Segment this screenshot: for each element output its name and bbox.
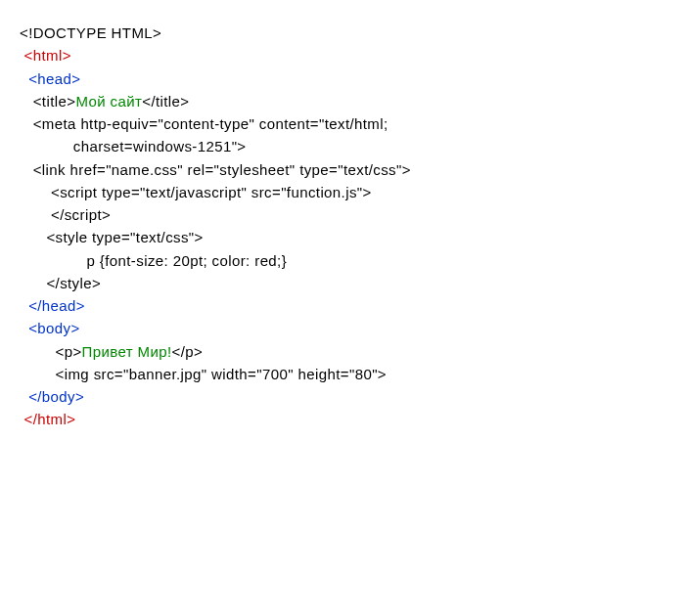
code-token: </p> xyxy=(172,343,204,360)
code-token: p {font-size: 20pt; color: red;} xyxy=(87,252,288,269)
code-line: </body> xyxy=(20,385,675,408)
code-token: <link href="name.css" rel="stylesheet" t… xyxy=(33,161,411,178)
code-token: <title> xyxy=(33,93,76,110)
code-token: <head> xyxy=(28,70,80,87)
code-line: <!DOCTYPE HTML> xyxy=(20,22,675,44)
code-line: <meta http-equiv="content-type" content=… xyxy=(20,112,675,135)
code-token: <img src="banner.jpg" width="700" height… xyxy=(56,366,387,382)
code-block: <!DOCTYPE HTML> <html> <head> <title>Мой… xyxy=(0,0,685,441)
code-token: charset=windows-1251"> xyxy=(73,138,247,154)
code-line: <title>Мой сайт</title> xyxy=(20,90,675,112)
code-token: <body> xyxy=(28,320,79,336)
code-line: </style> xyxy=(20,272,675,294)
code-token: <script type="text/javascript" src="func… xyxy=(51,184,372,200)
code-line: <style type="text/css"> xyxy=(20,226,675,248)
code-token: </body> xyxy=(28,388,84,405)
code-line: <body> xyxy=(20,317,675,339)
code-line: </html> xyxy=(20,408,675,430)
code-token: Мой сайт xyxy=(75,93,142,110)
code-line: <img src="banner.jpg" width="700" height… xyxy=(20,363,675,385)
code-token: <meta http-equiv="content-type" content=… xyxy=(33,115,388,132)
code-token: Привет Мир! xyxy=(82,343,172,360)
code-line: p {font-size: 20pt; color: red;} xyxy=(20,249,675,272)
code-line: <link href="name.css" rel="stylesheet" t… xyxy=(20,158,675,181)
code-token: <style type="text/css"> xyxy=(46,229,203,245)
code-token: </title> xyxy=(142,93,189,110)
code-token: </html> xyxy=(24,411,76,427)
code-token: <p> xyxy=(56,343,82,360)
code-token: </script> xyxy=(51,206,111,223)
code-line: <head> xyxy=(20,67,675,90)
code-line: </script> xyxy=(20,203,675,226)
code-token: <!DOCTYPE HTML> xyxy=(20,24,161,41)
code-line: charset=windows-1251"> xyxy=(20,135,675,157)
code-token: <html> xyxy=(24,47,71,64)
code-line: <script type="text/javascript" src="func… xyxy=(20,181,675,203)
code-line: <p>Привет Мир!</p> xyxy=(20,340,675,363)
code-token: </head> xyxy=(28,297,85,314)
code-line: </head> xyxy=(20,294,675,317)
code-token: </style> xyxy=(46,275,101,291)
code-line: <html> xyxy=(20,44,675,66)
